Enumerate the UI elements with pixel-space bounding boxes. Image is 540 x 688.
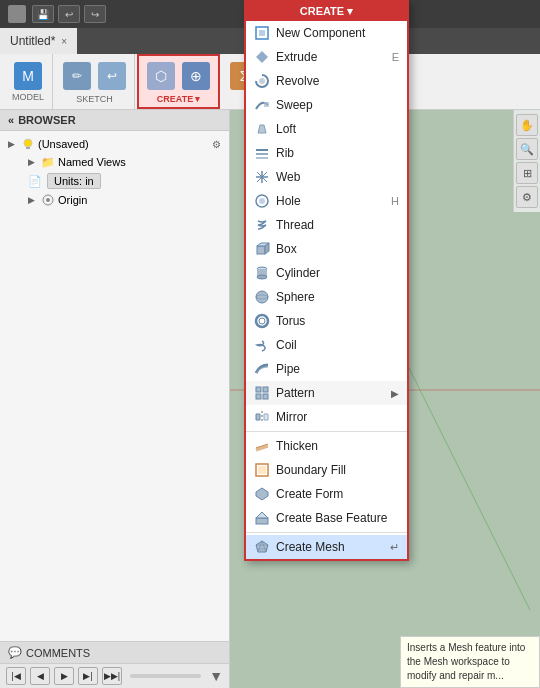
menu-item-create-mesh[interactable]: Create Mesh ↵ bbox=[246, 535, 407, 559]
menu-item-rib[interactable]: Rib bbox=[246, 141, 407, 165]
menu-item-create-base-feature[interactable]: Create Base Feature bbox=[246, 506, 407, 530]
menu-item-extrude[interactable]: Extrude E bbox=[246, 45, 407, 69]
menu-item-thread[interactable]: Thread bbox=[246, 213, 407, 237]
svg-rect-35 bbox=[263, 394, 268, 399]
model-icon: M bbox=[14, 62, 42, 90]
menu-item-revolve[interactable]: Revolve bbox=[246, 69, 407, 93]
document-tab[interactable]: Untitled* × bbox=[0, 28, 77, 54]
create-dropdown-menu: CREATE ▾ New Component Extrude E Revo bbox=[244, 0, 409, 561]
zoom-button[interactable]: 🔍 bbox=[516, 138, 538, 160]
web-label: Web bbox=[276, 170, 300, 184]
tree-arrow-root: ▶ bbox=[8, 139, 18, 149]
menu-item-boundary-fill[interactable]: Boundary Fill bbox=[246, 458, 407, 482]
view-options-button[interactable]: ⚙ bbox=[516, 186, 538, 208]
svg-marker-38 bbox=[264, 414, 268, 420]
menu-item-loft[interactable]: Loft bbox=[246, 117, 407, 141]
menu-item-box[interactable]: Box bbox=[246, 237, 407, 261]
playback-end-button[interactable]: ▶▶| bbox=[102, 667, 122, 685]
menu-item-pattern[interactable]: Pattern ▶ bbox=[246, 381, 407, 405]
settings-icon: ⚙ bbox=[212, 139, 221, 150]
svg-rect-22 bbox=[257, 246, 265, 254]
create-menu-header: CREATE ▾ bbox=[246, 2, 407, 21]
origin-svg-icon bbox=[41, 193, 55, 207]
menu-item-thicken[interactable]: Thicken bbox=[246, 434, 407, 458]
menu-item-torus[interactable]: Torus bbox=[246, 309, 407, 333]
loft-icon bbox=[254, 121, 270, 137]
tooltip-box: Inserts a Mesh feature into the Mesh wor… bbox=[400, 636, 540, 688]
svg-rect-42 bbox=[256, 518, 268, 524]
mirror-label: Mirror bbox=[276, 410, 307, 424]
boundary-fill-icon bbox=[254, 462, 270, 478]
menu-item-coil[interactable]: Coil bbox=[246, 333, 407, 357]
svg-point-0 bbox=[24, 139, 32, 147]
svg-rect-13 bbox=[256, 149, 268, 151]
sketch-icon: ✏ bbox=[63, 62, 91, 90]
model-group: M MODEL bbox=[4, 54, 53, 109]
menu-item-mirror[interactable]: Mirror bbox=[246, 405, 407, 429]
create-btn2[interactable]: ⊕ bbox=[180, 60, 212, 92]
box-label: Box bbox=[276, 242, 297, 256]
svg-rect-40 bbox=[258, 466, 266, 474]
undo-button[interactable]: ↩ bbox=[58, 5, 80, 23]
menu-item-sphere[interactable]: Sphere bbox=[246, 285, 407, 309]
menu-item-hole[interactable]: Hole H bbox=[246, 189, 407, 213]
coil-icon bbox=[254, 337, 270, 353]
create-icon2: ⊕ bbox=[182, 62, 210, 90]
model-label: MODEL bbox=[12, 92, 44, 102]
torus-label: Torus bbox=[276, 314, 305, 328]
fit-button[interactable]: ⊞ bbox=[516, 162, 538, 184]
origin-icon bbox=[41, 193, 55, 207]
thicken-label: Thicken bbox=[276, 439, 318, 453]
right-toolbar: ✋ 🔍 ⊞ ⚙ bbox=[513, 110, 540, 212]
origin-item[interactable]: ▶ Origin bbox=[4, 191, 225, 209]
pipe-icon bbox=[254, 361, 270, 377]
unsaved-label: (Unsaved) bbox=[38, 138, 89, 150]
sketch-label: SKETCH bbox=[76, 94, 113, 104]
units-item: 📄 Units: in bbox=[4, 171, 225, 191]
playback-prev-button[interactable]: ◀ bbox=[30, 667, 50, 685]
menu-item-sweep[interactable]: Sweep bbox=[246, 93, 407, 117]
comments-bar: 💬 COMMENTS bbox=[0, 641, 229, 663]
menu-item-cylinder[interactable]: Cylinder bbox=[246, 261, 407, 285]
playback-slider[interactable] bbox=[130, 674, 201, 678]
svg-point-28 bbox=[256, 291, 268, 303]
menu-item-new-component[interactable]: New Component bbox=[246, 21, 407, 45]
menu-divider-2 bbox=[246, 532, 407, 533]
redo-button[interactable]: ↪ bbox=[84, 5, 106, 23]
tab-close-button[interactable]: × bbox=[61, 36, 67, 47]
browser-header: « BROWSER bbox=[0, 110, 229, 131]
hand-tool-button[interactable]: ✋ bbox=[516, 114, 538, 136]
pattern-icon bbox=[254, 385, 270, 401]
svg-point-31 bbox=[259, 318, 265, 324]
hole-label: Hole bbox=[276, 194, 301, 208]
model-button[interactable]: M MODEL bbox=[10, 60, 46, 104]
svg-rect-33 bbox=[263, 387, 268, 392]
sketch-btn2[interactable]: ↩ bbox=[96, 60, 128, 92]
create-label: CREATE ▾ bbox=[157, 94, 200, 104]
svg-point-21 bbox=[259, 198, 265, 204]
named-views-label: Named Views bbox=[58, 156, 126, 168]
menu-item-pipe[interactable]: Pipe bbox=[246, 357, 407, 381]
thread-icon bbox=[254, 217, 270, 233]
sketch-button[interactable]: ✏ bbox=[61, 60, 93, 92]
loft-label: Loft bbox=[276, 122, 296, 136]
named-views-item[interactable]: ▶ 📁 Named Views bbox=[4, 153, 225, 171]
create-base-feature-label: Create Base Feature bbox=[276, 511, 387, 525]
menu-item-create-form[interactable]: Create Form bbox=[246, 482, 407, 506]
svg-rect-34 bbox=[256, 394, 261, 399]
hole-icon bbox=[254, 193, 270, 209]
menu-item-web[interactable]: Web bbox=[246, 165, 407, 189]
create-main-button[interactable]: ⬡ bbox=[145, 60, 177, 92]
playback-play-button[interactable]: ▶ bbox=[54, 667, 74, 685]
create-base-feature-icon bbox=[254, 510, 270, 526]
svg-rect-11 bbox=[264, 102, 269, 107]
save-button[interactable]: 💾 bbox=[32, 5, 54, 23]
comments-label: COMMENTS bbox=[26, 647, 90, 659]
svg-point-10 bbox=[259, 78, 265, 84]
svg-rect-15 bbox=[256, 157, 268, 159]
playback-next-button[interactable]: ▶| bbox=[78, 667, 98, 685]
rib-label: Rib bbox=[276, 146, 294, 160]
tree-root-item[interactable]: ▶ (Unsaved) ⚙ bbox=[4, 135, 225, 153]
playback-start-button[interactable]: |◀ bbox=[6, 667, 26, 685]
cylinder-icon bbox=[254, 265, 270, 281]
